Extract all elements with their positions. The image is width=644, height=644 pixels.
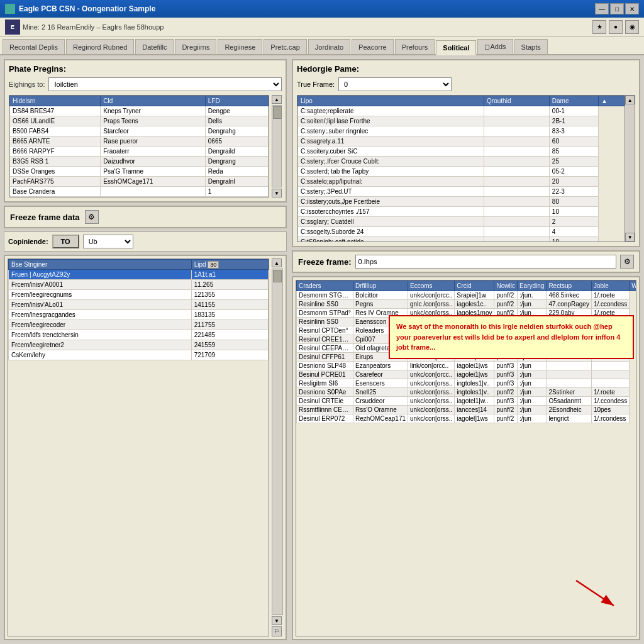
right-table-row[interactable]: C:ssatelo;app/liputnal:20 (298, 177, 625, 187)
top-table-row[interactable]: B666 RARPYFFraoaterrDengraild (10, 147, 269, 157)
menu-icon-circle[interactable]: ● (609, 20, 623, 34)
bl-table-row[interactable]: Fruen | AucgytAZ92y1A1t.a1 (9, 270, 269, 280)
tab-regiinese[interactable]: Regiinese (218, 39, 262, 54)
bottom-table-row[interactable]: Desmonm STGen°Bolcittorunkc/con[orcc..Sr… (297, 291, 637, 300)
bl-table-row[interactable]: Frcem/inisv'A000111.265 (9, 280, 269, 290)
right-table-row[interactable]: C:iisstery;outs,Jpe Fcertbeie80 (298, 197, 625, 207)
bl-table-value-cell: 121355 (191, 290, 268, 300)
top-table-cell: Base Crandera (10, 187, 101, 197)
right-table-cell: C:iisstery;outs,Jpe Fcertbeie (298, 197, 484, 207)
true-frame-select[interactable]: 0 (338, 77, 452, 91)
bottom-table-row[interactable]: Resinline SS0Pegnsgnlc /con[orss..iagole… (297, 300, 637, 309)
bl-table-row[interactable]: Frcem/leegirecgnums121355 (9, 290, 269, 300)
right-table-row[interactable]: C:sagtee;replierate00-1 (298, 106, 625, 116)
right-table-row[interactable]: C:ssoterd; tab the Tapby05-2 (298, 167, 625, 177)
maximize-button[interactable]: □ (610, 3, 624, 14)
top-table-row[interactable]: DS84 BRES47Kneps TrynerDengpe (10, 106, 269, 116)
right-table-row[interactable]: C:issotercchoyntes ./15710 (298, 207, 625, 217)
right-table-cell: C:ssagrety.a.11 (298, 136, 484, 147)
bottom-table-row[interactable]: Desinul CRTEieCrsuddeorunkc/con[orss..ia… (297, 397, 637, 406)
bottom-table-cell: unkc/con[orss.. (408, 379, 455, 388)
bottom-table-cell: unkc/con[orcc.. (408, 291, 455, 300)
top-table-row[interactable]: PachFARS775EsshOMCage171Dengralnl (10, 177, 269, 187)
top-table-row[interactable]: OS66 ULandIEPraps TeensDells (10, 116, 269, 126)
freeze-icon-btn[interactable]: ⚙ (620, 255, 634, 269)
eighings-select[interactable]: Ioilctien (48, 77, 282, 91)
right-table-cell: C:issotercchoyntes ./157 (298, 207, 484, 217)
bottom-table-header: Werlorrns (630, 281, 636, 291)
minimize-button[interactable]: — (595, 3, 609, 14)
bl-table-row[interactable]: Frcem/leegiretner2241559 (9, 340, 269, 350)
right-table-row[interactable]: C:ssteny;.suber ringnlec83-3 (298, 126, 625, 136)
top-table-row[interactable]: DSSe OrangesPsa'G TramneReda (10, 167, 269, 177)
right-panel: Hedorgie Pame: True Frame: 0 LipoQrouthi… (292, 59, 640, 640)
right-table-row[interactable]: C:tS9enigh: seft nctide10 (298, 237, 625, 243)
r-scroll-up[interactable]: ▲ (625, 96, 635, 104)
bottom-table-row[interactable]: Desniono S0PAeSnell25unkc/con[orss..ingt… (297, 388, 637, 397)
freeze-frame-icon[interactable]: ⚙ (85, 210, 99, 224)
right-table-row[interactable]: C:sstery;.Ifcer Crouce Cublt:25 (298, 157, 625, 167)
bottom-table-row[interactable]: Resligitrm SI6Esenscersunkc/con[orss..in… (297, 379, 637, 388)
bl-scroll-down[interactable]: ▼ (272, 616, 282, 625)
bl-table-name-cell: Frcem/leegiretner2 (9, 340, 192, 350)
bl-table-name-cell: Frcem/inisv'ALo01 (9, 300, 192, 310)
row-count-badge: 30 (208, 261, 219, 269)
bl-icon-btn[interactable]: ⚐ (272, 626, 282, 636)
bottom-table-cell: Desinul CFFP61 (297, 353, 353, 362)
tab-solitical[interactable]: Solitical (436, 40, 476, 55)
right-table-row[interactable]: C:soiten/;lipl lase Frorthe2B-1 (298, 116, 625, 126)
top-table-row[interactable]: B665 ARNTERase pueror0665 (10, 136, 269, 147)
tab-peacorre[interactable]: Peacorre (352, 39, 394, 54)
bl-table-col2-header: Lipd 30 (191, 260, 268, 270)
right-table-row[interactable]: C:ssagrety.a.1160 (298, 136, 625, 147)
bottom-table-cell: :/jun (517, 397, 546, 406)
bl-table-row[interactable]: Frcem/ldfs trenctchersin221485 (9, 330, 269, 340)
right-table-row[interactable]: C:ssoitery.cuber SiC85 (298, 147, 625, 157)
bottom-table-row[interactable]: Desinul ERP072RezhOMCeap171unkc/con[orss… (297, 414, 637, 423)
top-table-row[interactable]: B3G5 RSB 1DaizudhvorDengrang (10, 157, 269, 167)
tab-stapts[interactable]: Stapts (514, 39, 548, 54)
bottom-table-cell: :/jun (517, 370, 546, 379)
bottom-table-cell: 1/.roete (591, 388, 629, 397)
tab-prefours[interactable]: Prefours (395, 39, 435, 54)
scroll-track (272, 105, 282, 187)
close-button[interactable]: ✕ (625, 3, 639, 14)
right-table-header: Dame (549, 96, 598, 106)
freeze-input[interactable] (355, 255, 616, 269)
menu-icon-star[interactable]: ★ (592, 20, 606, 34)
bl-table-row[interactable]: Frcem/lnesgracgandes183135 (9, 310, 269, 320)
bl-table-row[interactable]: Frcem/inisv'ALo01141155 (9, 300, 269, 310)
tab-adds[interactable]: ◻Adds (477, 39, 513, 54)
tab-jordinato[interactable]: Jordinato (308, 39, 350, 54)
right-table-row[interactable]: C:ssgIary; Cuatdell2 (298, 217, 625, 227)
right-table-row[interactable]: C:sstery;.3Ped.UT22-3 (298, 187, 625, 197)
top-table-row[interactable]: Base Crandera1 (10, 187, 269, 197)
right-table-cell: C:ssteny;.suber ringnlec (298, 126, 484, 136)
bl-scroll-up[interactable]: ▲ (272, 258, 282, 267)
bottom-table-cell (591, 370, 629, 379)
tab-dregiirns[interactable]: Dregiirns (175, 39, 216, 54)
scroll-up-btn[interactable]: ▲ (272, 95, 282, 104)
copiniende-select[interactable]: Ub (83, 235, 133, 248)
tab-recontal-deplis[interactable]: Recontal Deplis (3, 39, 65, 54)
bottom-table-row[interactable]: Rssmtflinnn CE26°Rss'O Oramneunkc/con[or… (297, 406, 637, 414)
title-bar: Eagle PCB CSN - Oongenatior Sample — □ ✕ (0, 0, 644, 18)
menu-icon-bullseye[interactable]: ◉ (625, 20, 639, 34)
top-table-cell: Praps Teens (101, 116, 205, 126)
bottom-table-row[interactable]: Desniono SLP48Ezanpeatorslink/con[orcc..… (297, 362, 637, 370)
scroll-down-btn[interactable]: ▼ (272, 189, 282, 197)
to-button[interactable]: TO (52, 235, 79, 248)
top-table-row[interactable]: B500 FABS4StarcfeorDengrahg (10, 126, 269, 136)
right-table-cell: 83-3 (549, 126, 598, 136)
right-table-row[interactable]: C:ssogelty.Suborde 244 (298, 227, 625, 237)
bl-table-name-cell: Fruen | AucgytAZ92y (9, 270, 192, 280)
tab-reginord-rubned[interactable]: Reginord Rubned (66, 39, 134, 54)
bottom-table-row[interactable]: Besinul PCRE01Csarefeorunkc/con[orcc..ia… (297, 370, 637, 379)
tab-pretccap[interactable]: Pretc.cap (264, 39, 306, 54)
tab-datefillc[interactable]: Datefillc (135, 39, 174, 54)
bl-table-row[interactable]: Frcem/leegirecoder211755 (9, 320, 269, 330)
r-scroll-down[interactable]: ▼ (625, 233, 635, 242)
bl-table-row[interactable]: CsKem/lehy721709 (9, 350, 269, 360)
bottom-table-cell (547, 379, 592, 388)
right-table-cell: 10 (549, 237, 598, 243)
